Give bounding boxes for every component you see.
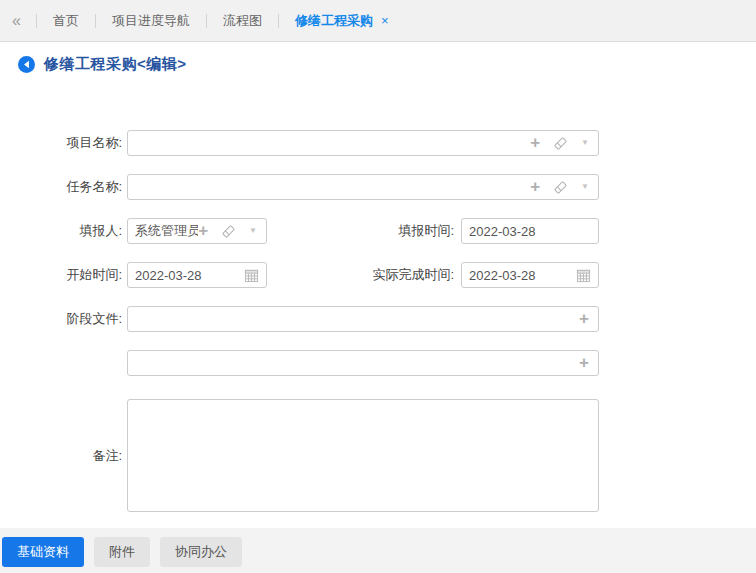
tab-collaboration[interactable]: 协同办公: [160, 537, 242, 567]
eraser-icon[interactable]: [553, 180, 568, 195]
start-time-label: 开始时间:: [10, 262, 122, 288]
actual-finish-field: [461, 262, 599, 288]
task-name-label: 任务名称:: [10, 174, 122, 200]
start-time-input[interactable]: [128, 264, 244, 286]
page-title: 修缮工程采购<编辑>: [44, 55, 187, 74]
tab-basic-info[interactable]: 基础资料: [2, 537, 84, 567]
fill-time-label: 填报时间:: [342, 218, 454, 244]
add-icon[interactable]: +: [198, 222, 208, 239]
tab-bar: « 首页 项目进度导航 流程图 修缮工程采购 ×: [0, 0, 756, 42]
add-icon[interactable]: +: [579, 310, 589, 327]
tab-divider: [36, 14, 37, 28]
eraser-icon[interactable]: [221, 224, 236, 239]
remark-textarea[interactable]: [127, 399, 599, 512]
chevron-down-icon[interactable]: ▼: [581, 183, 589, 191]
tab-flowchart[interactable]: 流程图: [223, 12, 262, 30]
stage-file-label: 阶段文件:: [10, 306, 122, 332]
tab-attachments[interactable]: 附件: [94, 537, 150, 567]
remark-label: 备注:: [10, 399, 122, 512]
tab-label: 修缮工程采购: [295, 12, 373, 30]
filler-field: + ▼: [127, 218, 267, 244]
actual-finish-input[interactable]: [462, 264, 576, 286]
calendar-icon[interactable]: [576, 268, 591, 283]
stage-file-input[interactable]: [128, 308, 579, 330]
page-header: 修缮工程采购<编辑>: [18, 55, 187, 74]
bottom-tab-bar: 基础资料 附件 协同办公: [0, 528, 756, 573]
stage-file-2-field: +: [127, 350, 599, 376]
task-name-input[interactable]: [128, 176, 530, 198]
tab-divider: [95, 14, 96, 28]
actual-finish-label: 实际完成时间:: [342, 262, 454, 288]
field-icons: + ▼: [198, 224, 266, 239]
fill-time-input[interactable]: [462, 220, 598, 242]
add-icon[interactable]: +: [530, 178, 540, 195]
tab-repair-procurement[interactable]: 修缮工程采购 ×: [295, 12, 389, 30]
back-circle-icon: [18, 56, 35, 73]
tab-divider: [206, 14, 207, 28]
start-time-field: [127, 262, 267, 288]
field-icons: +: [579, 356, 598, 371]
filler-label: 填报人:: [10, 218, 122, 244]
close-tab-icon[interactable]: ×: [381, 13, 389, 28]
field-icons: +: [579, 312, 598, 327]
tab-project-progress-nav[interactable]: 项目进度导航: [112, 12, 190, 30]
chevron-down-icon[interactable]: ▼: [581, 139, 589, 147]
project-name-field: + ▼: [127, 130, 599, 156]
filler-input[interactable]: [128, 220, 198, 242]
app-window: « 首页 项目进度导航 流程图 修缮工程采购 × 修缮工程采购<编辑> 项目名称…: [0, 0, 756, 573]
project-name-input[interactable]: [128, 132, 530, 154]
stage-file-2-input[interactable]: [128, 352, 579, 374]
eraser-icon[interactable]: [553, 136, 568, 151]
back-button[interactable]: [18, 56, 35, 73]
calendar-icon[interactable]: [244, 268, 259, 283]
stage-file-field: +: [127, 306, 599, 332]
tab-divider: [278, 14, 279, 28]
collapse-tabs-icon[interactable]: «: [12, 13, 20, 29]
add-icon[interactable]: +: [530, 134, 540, 151]
chevron-down-icon[interactable]: ▼: [249, 227, 257, 235]
add-icon[interactable]: +: [579, 354, 589, 371]
tab-home[interactable]: 首页: [53, 12, 79, 30]
fill-time-field: [461, 218, 599, 244]
task-name-field: + ▼: [127, 174, 599, 200]
project-name-label: 项目名称:: [10, 130, 122, 156]
field-icons: + ▼: [530, 180, 598, 195]
field-icons: + ▼: [530, 136, 598, 151]
